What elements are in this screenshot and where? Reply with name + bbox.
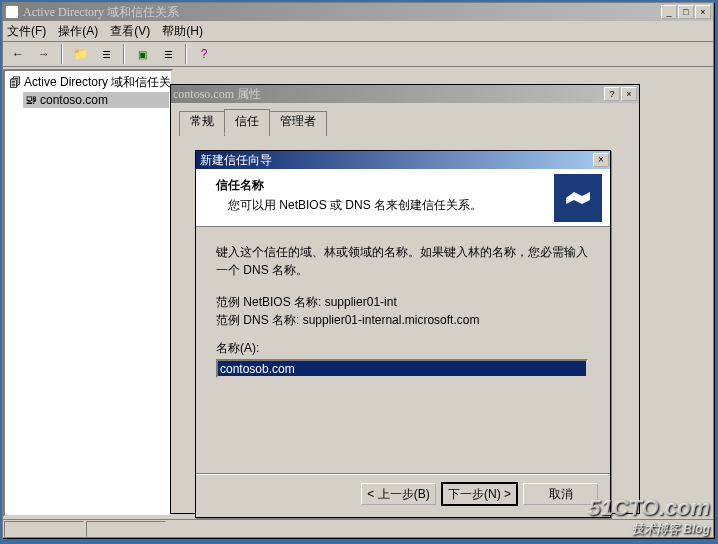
export-button[interactable]: ▣ [131, 43, 153, 65]
wizard-header-title: 信任名称 [216, 177, 540, 194]
refresh-button[interactable]: ☰ [157, 43, 179, 65]
menubar: 文件(F) 操作(A) 查看(V) 帮助(H) [3, 21, 713, 41]
close-button[interactable]: × [621, 87, 637, 101]
toolbar-separator [61, 44, 63, 64]
handshake-icon [554, 174, 602, 222]
tree-node-label: contoso.com [40, 93, 108, 107]
menu-file[interactable]: 文件(F) [7, 23, 46, 40]
main-title: Active Directory 域和信任关系 [23, 4, 661, 21]
close-button[interactable]: × [695, 5, 711, 19]
new-trust-wizard: 新建信任向导 × 信任名称 您可以用 NetBIOS 或 DNS 名来创建信任关… [195, 150, 611, 518]
status-cell [4, 521, 84, 537]
prop-title: contoso.com 属性 [173, 86, 604, 103]
domain-icon: 🖳 [25, 93, 37, 107]
close-button[interactable]: × [593, 153, 609, 167]
menu-action[interactable]: 操作(A) [58, 23, 98, 40]
properties-button[interactable]: ☰ [95, 43, 117, 65]
folder-icon: 🗐 [9, 76, 21, 90]
prop-titlebar: contoso.com 属性 ? × [171, 85, 639, 103]
cancel-button[interactable]: 取消 [523, 483, 598, 505]
next-button[interactable]: 下一步(N) > [442, 483, 517, 505]
wizard-body: 键入这个信任的域、林或领域的名称。如果键入林的名称，您必需输入一个 DNS 名称… [196, 227, 610, 394]
back-button[interactable]: ← [7, 43, 29, 65]
help-icon[interactable]: ? [193, 43, 215, 65]
tree-root[interactable]: 🗐 Active Directory 域和信任关系 [7, 73, 169, 92]
wizard-titlebar: 新建信任向导 × [196, 151, 610, 169]
toolbar-separator [123, 44, 125, 64]
forward-button[interactable]: → [33, 43, 55, 65]
tree-panel[interactable]: 🗐 Active Directory 域和信任关系 🖳 contoso.com [3, 69, 173, 517]
tab-strip: 常规 信任 管理者 [179, 109, 326, 134]
app-icon [5, 5, 19, 19]
trust-name-input[interactable] [216, 359, 588, 378]
tab-general[interactable]: 常规 [179, 111, 225, 136]
wizard-buttons: < 上一步(B) 下一步(N) > 取消 [361, 483, 598, 505]
up-button[interactable]: 📁 [69, 43, 91, 65]
instruction-text: 键入这个信任的域、林或领域的名称。如果键入林的名称，您必需输入一个 DNS 名称… [216, 243, 590, 279]
wizard-title: 新建信任向导 [200, 152, 593, 169]
toolbar: ← → 📁 ☰ ▣ ☰ ? [3, 41, 713, 67]
status-cell [86, 521, 166, 537]
minimize-button[interactable]: _ [661, 5, 677, 19]
toolbar-separator [185, 44, 187, 64]
menu-help[interactable]: 帮助(H) [162, 23, 203, 40]
divider [196, 473, 610, 475]
example-dns: 范例 DNS 名称: supplier01-internal.microsoft… [216, 311, 590, 329]
wizard-header: 信任名称 您可以用 NetBIOS 或 DNS 名来创建信任关系。 [196, 169, 610, 227]
wizard-header-subtitle: 您可以用 NetBIOS 或 DNS 名来创建信任关系。 [228, 197, 540, 214]
main-titlebar: Active Directory 域和信任关系 _ □ × [3, 3, 713, 21]
tree-node-contoso[interactable]: 🖳 contoso.com [23, 92, 169, 108]
tab-trusts[interactable]: 信任 [224, 109, 270, 134]
maximize-button[interactable]: □ [678, 5, 694, 19]
tab-managed-by[interactable]: 管理者 [269, 111, 327, 136]
example-netbios: 范例 NetBIOS 名称: supplier01-int [216, 293, 590, 311]
help-button[interactable]: ? [604, 87, 620, 101]
menu-view[interactable]: 查看(V) [110, 23, 150, 40]
back-button[interactable]: < 上一步(B) [361, 483, 436, 505]
name-label: 名称(A): [216, 339, 590, 357]
tree-root-label: Active Directory 域和信任关系 [24, 74, 173, 91]
status-bar [3, 519, 713, 537]
